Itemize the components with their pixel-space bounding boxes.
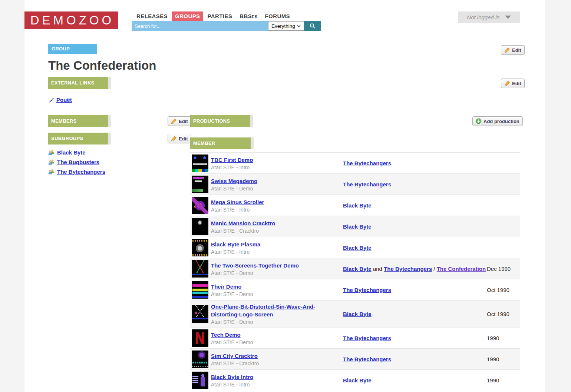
platform-type-label: Atari ST/E - Demo — [211, 186, 343, 192]
author-link[interactable]: Black Byte — [343, 377, 372, 383]
author-link[interactable]: Black Byte — [343, 311, 372, 317]
author-link[interactable]: The Confederation — [437, 266, 486, 272]
platform-type-label: Atari ST/E - Demo — [211, 319, 343, 325]
edit-members-button[interactable]: Edit — [168, 116, 191, 126]
production-title-link[interactable]: One-Plane-Bit-Distorted-Sin-Wave-And-Dis… — [211, 303, 315, 318]
search-icon — [310, 23, 316, 29]
production-title-link[interactable]: Manic Mansion Cracktro — [211, 220, 275, 226]
list-item: Black Byte — [48, 147, 105, 157]
release-date: Oct 1990 — [487, 311, 520, 317]
nav-groups[interactable]: GROUPS — [172, 11, 203, 21]
production-title-link[interactable]: Sim City Cracktro — [211, 353, 258, 359]
user-menu[interactable]: Not logged in — [458, 11, 520, 23]
release-date: 1990 — [487, 377, 520, 383]
nav-forums[interactable]: FORUMS — [262, 11, 293, 21]
list-item: The Bugbusters — [48, 157, 105, 167]
platform-type-label: Atari ST/E - Cracktro — [211, 228, 343, 234]
member-productions-heading: MEMBER PRODUCTIONS — [190, 137, 251, 149]
main-nav: RELEASES GROUPS PARTIES BBSes FORUMS — [133, 11, 294, 21]
group-type-badge: GROUP — [48, 44, 97, 54]
edit-label: Edit — [512, 81, 521, 86]
nav-releases[interactable]: RELEASES — [133, 11, 171, 21]
members-heading: MEMBERS — [48, 115, 108, 127]
add-production-button[interactable]: Add production — [472, 116, 523, 126]
table-row: Sim City Cracktro Atari ST/E - Cracktro … — [190, 348, 520, 369]
demozoo-logo[interactable]: DEMOZOO — [24, 11, 118, 29]
edit-external-links-button[interactable]: Edit — [501, 79, 525, 88]
production-title-link[interactable]: The Two-Screens-Together Demo — [211, 262, 299, 269]
production-thumbnail[interactable] — [192, 239, 208, 256]
pencil-icon — [504, 47, 510, 53]
author-link[interactable]: Black Byte — [343, 245, 372, 251]
author-link[interactable]: The Bytechangers — [343, 287, 391, 293]
production-title-link[interactable]: Mega Sinus Scroller — [211, 199, 264, 205]
production-thumbnail[interactable] — [192, 281, 208, 299]
edit-group-button[interactable]: Edit — [501, 45, 525, 55]
author-link[interactable]: The Bytechangers — [343, 335, 391, 341]
external-links-heading: EXTERNAL LINKS — [48, 77, 108, 89]
chevron-down-icon — [297, 25, 301, 27]
author-link[interactable]: The Bytechangers — [343, 160, 391, 166]
production-thumbnail[interactable] — [192, 351, 208, 368]
production-title-link[interactable]: Black Byte Plasma — [211, 241, 260, 248]
author-link[interactable]: The Bytechangers — [384, 266, 432, 272]
pencil-icon — [171, 118, 177, 124]
platform-type-label: Atari ST/E - Demo — [211, 291, 343, 297]
production-thumbnail[interactable] — [192, 155, 208, 172]
caret-down-icon — [505, 16, 511, 19]
pouet-icon — [48, 97, 54, 103]
page-title: The Confederation — [48, 59, 156, 73]
search-scope-select[interactable]: Everything — [268, 21, 304, 31]
table-row: Black Byte Plasma Atari ST/E - Intro Bla… — [190, 237, 520, 258]
edit-label: Edit — [179, 136, 188, 142]
production-thumbnail[interactable] — [192, 305, 208, 323]
platform-type-label: Atari ST/E - Demo — [211, 339, 343, 345]
productions-heading: PRODUCTIONS — [190, 115, 250, 127]
author-link[interactable]: Black Byte — [343, 202, 372, 209]
table-row: Swiss Megademo Atari ST/E - Demo The Byt… — [190, 173, 520, 195]
production-title-link[interactable]: Tech Demo — [211, 332, 241, 338]
production-thumbnail[interactable] — [192, 218, 208, 235]
author-link[interactable]: The Bytechangers — [343, 356, 391, 362]
table-row: Mega Sinus Scroller Atari ST/E - Intro B… — [190, 195, 520, 216]
author-link[interactable]: Black Byte — [343, 223, 372, 230]
table-row: Black Byte Intro Atari ST/E - Intro Blac… — [190, 369, 520, 391]
subgroup-link[interactable]: The Bugbusters — [57, 159, 99, 165]
group-icon — [48, 159, 55, 165]
production-title-link[interactable]: Swiss Megademo — [211, 178, 257, 184]
platform-type-label: Atari ST/E - Intro — [211, 207, 343, 213]
nav-parties[interactable]: PARTIES — [204, 11, 235, 21]
author-link[interactable]: Black Byte — [343, 266, 372, 272]
release-date: Oct 1990 — [487, 287, 520, 293]
subgroup-link[interactable]: Black Byte — [57, 149, 86, 156]
release-date: Dec 1990 — [487, 266, 520, 272]
group-icon — [48, 149, 55, 156]
search-input[interactable] — [132, 21, 268, 31]
production-title-link[interactable]: TBC First Demo — [211, 157, 253, 163]
release-date: 1990 — [487, 356, 520, 362]
edit-label: Edit — [512, 47, 521, 53]
table-row: Their Demo Atari ST/E - Demo The Bytecha… — [190, 279, 520, 300]
user-menu-label: Not logged in — [467, 14, 499, 20]
search-button[interactable] — [304, 21, 321, 31]
subgroup-link[interactable]: The Bytechangers — [57, 169, 105, 175]
pencil-icon — [171, 136, 177, 142]
production-thumbnail[interactable] — [192, 197, 208, 214]
table-row: Tech Demo Atari ST/E - Demo The Bytechan… — [190, 327, 520, 348]
author-link[interactable]: The Bytechangers — [343, 181, 391, 187]
add-icon — [476, 118, 482, 124]
production-thumbnail[interactable] — [192, 260, 208, 278]
production-title-link[interactable]: Black Byte Intro — [211, 374, 253, 380]
pencil-icon — [504, 80, 510, 86]
production-thumbnail[interactable] — [192, 329, 208, 347]
page: DEMOZOO RELEASES GROUPS PARTIES BBSes FO… — [24, 0, 545, 392]
production-title-link[interactable]: Their Demo — [211, 283, 242, 290]
production-thumbnail[interactable] — [192, 176, 208, 193]
production-thumbnail[interactable] — [192, 372, 208, 389]
nav-bbses[interactable]: BBSes — [236, 11, 261, 21]
platform-type-label: Atari ST/E - Cracktro — [211, 361, 343, 366]
subgroups-heading: SUBGROUPS — [48, 133, 108, 144]
list-item: The Bytechangers — [48, 167, 105, 176]
pouet-link[interactable]: Pouët — [56, 97, 72, 103]
edit-subgroups-button[interactable]: Edit — [168, 134, 191, 143]
